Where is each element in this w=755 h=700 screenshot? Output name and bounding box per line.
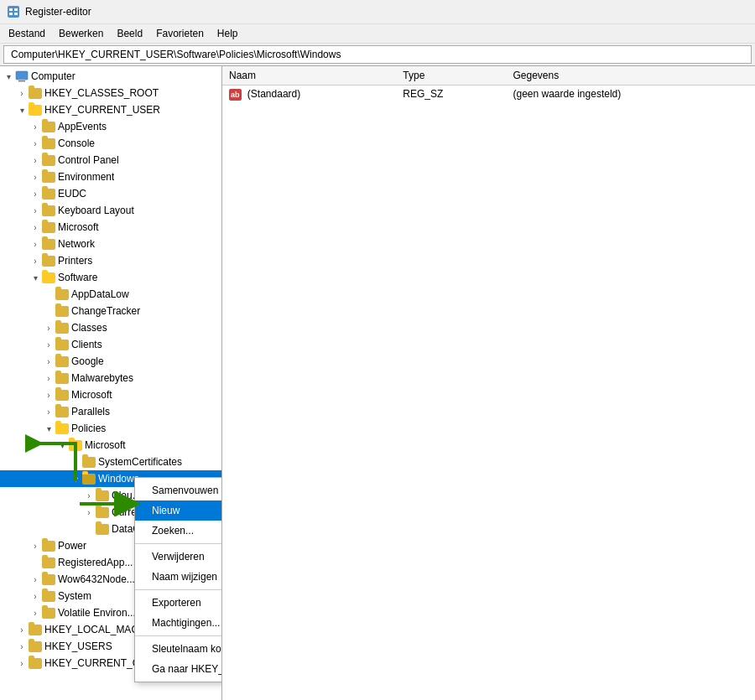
tree-item-computer[interactable]: ▾ Computer [0, 68, 221, 85]
tree-label-controlpanel: Control Panel [58, 154, 119, 166]
context-menu-sep1 [135, 543, 222, 544]
expand-classes[interactable]: › [42, 324, 55, 333]
table-row[interactable]: ab (Standaard) REG_SZ (geen waarde inges… [222, 86, 755, 103]
tree-item-controlpanel[interactable]: › Control Panel [0, 152, 221, 169]
expand-microsoft2[interactable]: › [42, 391, 55, 400]
registry-table: Naam Type Gegevens ab (Standaard) REG_SZ… [222, 66, 755, 103]
row-data: (geen waarde ingesteld) [506, 86, 755, 103]
expand-microsoft[interactable]: › [29, 223, 42, 232]
expand-environment[interactable]: › [29, 173, 42, 182]
expand-appevents[interactable]: › [29, 122, 42, 132]
context-menu-exporteren[interactable]: Exporteren [135, 593, 222, 613]
folder-icon-controlpanel [42, 155, 55, 166]
tree-item-appevents[interactable]: › AppEvents [0, 118, 221, 135]
expand-wow6432[interactable]: › [29, 575, 42, 584]
tree-item-clients[interactable]: › Clients [0, 336, 221, 353]
expand-network[interactable]: › [29, 240, 42, 249]
tree-label-registeredapp: RegisteredApp... [58, 557, 133, 568]
context-menu-machtigingen[interactable]: Machtigingen... [135, 613, 222, 633]
context-menu[interactable]: Samenvouwen Nieuw › Sleutel Tekenreekswa… [134, 477, 222, 682]
context-menu-samenvouwen[interactable]: Samenvouwen [135, 480, 222, 500]
expand-hku[interactable]: › [15, 642, 29, 651]
tree-item-google[interactable]: › Google [0, 353, 221, 370]
tree-label-environment: Environment [58, 171, 114, 183]
tree-item-hkcu[interactable]: ▾ HKEY_CURRENT_USER [0, 101, 221, 118]
tree-item-malwarebytes[interactable]: › Malwarebytes [0, 370, 221, 386]
menu-bewerken[interactable]: Bewerken [54, 26, 108, 41]
context-menu-ga-naar[interactable]: Ga naar HKEY_LOCAL_MACHINE [135, 659, 222, 679]
tree-label-classes: Classes [71, 322, 107, 334]
tree-label-system: System [58, 590, 91, 602]
expand-console[interactable]: › [29, 139, 42, 148]
svg-rect-2 [14, 8, 18, 11]
tree-item-keyboardlayout[interactable]: › Keyboard Layout [0, 202, 221, 219]
menu-favorieten[interactable]: Favorieten [151, 26, 209, 41]
tree-item-microsoft2[interactable]: › Microsoft [0, 386, 221, 403]
tree-item-microsoft[interactable]: › Microsoft [0, 219, 221, 236]
context-menu-nieuw[interactable]: Nieuw › Sleutel Tekenreekswaarde Binaire… [135, 500, 222, 521]
folder-icon-registeredapp [42, 557, 55, 568]
folder-icon-power [42, 541, 55, 552]
tree-item-parallels[interactable]: › Parallels [0, 403, 221, 420]
tree-label-printers: Printers [58, 255, 92, 267]
tree-label-computer: Computer [31, 70, 76, 82]
expand-controlpanel[interactable]: › [29, 156, 42, 165]
expand-hkcr[interactable]: › [15, 89, 29, 98]
tree-item-changetracker[interactable]: › ChangeTracker [0, 303, 221, 319]
menu-beeld[interactable]: Beeld [112, 26, 148, 41]
expand-google[interactable]: › [42, 357, 55, 366]
tree-label-microsoft: Microsoft [58, 221, 99, 233]
tree-panel[interactable]: ▾ Computer › HKEY_CLASSES_ROOT ▾ HKEY_CU… [0, 66, 222, 700]
tree-item-hkcr[interactable]: › HKEY_CLASSES_ROOT [0, 85, 221, 101]
context-menu-sep2 [135, 589, 222, 590]
expand-system[interactable]: › [29, 592, 42, 601]
menu-help[interactable]: Help [212, 26, 243, 41]
tree-item-network[interactable]: › Network [0, 236, 221, 252]
tree-item-classes[interactable]: › Classes [0, 319, 221, 336]
title-bar-text: Register-editor [25, 6, 91, 18]
tree-item-eudc[interactable]: › EUDC [0, 185, 221, 202]
tree-label-google: Google [71, 355, 104, 367]
expand-computer[interactable]: ▾ [2, 72, 15, 81]
menu-bestand[interactable]: Bestand [3, 26, 50, 41]
context-menu-zoeken[interactable]: Zoeken... [135, 521, 222, 541]
tree-item-environment[interactable]: › Environment [0, 169, 221, 185]
context-menu-naamwijzigen[interactable]: Naam wijzigen [135, 567, 222, 587]
expand-printers[interactable]: › [29, 257, 42, 266]
tree-label-keyboardlayout: Keyboard Layout [58, 205, 134, 216]
tree-label-appevents: AppEvents [58, 121, 107, 132]
expand-hklm[interactable]: › [15, 625, 29, 635]
tree-item-printers[interactable]: › Printers [0, 252, 221, 269]
tree-label-parallels: Parallels [71, 406, 110, 417]
folder-icon-eudc [42, 189, 55, 200]
tree-item-appdatalow[interactable]: › AppDataLow [0, 286, 221, 303]
svg-rect-5 [16, 71, 28, 80]
expand-power[interactable]: › [29, 542, 42, 551]
expand-hkcc[interactable]: › [15, 659, 29, 668]
expand-software[interactable]: ▾ [29, 273, 42, 283]
expand-malwarebytes[interactable]: › [42, 374, 55, 383]
tree-label-eudc: EUDC [58, 188, 86, 200]
row-naam: ab (Standaard) [222, 86, 396, 103]
expand-clients[interactable]: › [42, 340, 55, 350]
right-panel: Naam Type Gegevens ab (Standaard) REG_SZ… [222, 66, 755, 700]
context-menu-verwijderen[interactable]: Verwijderen [135, 547, 222, 567]
expand-volatile[interactable]: › [29, 609, 42, 618]
tree-item-console[interactable]: › Console [0, 135, 221, 152]
computer-icon [15, 70, 29, 83]
expand-eudc[interactable]: › [29, 189, 42, 199]
folder-icon-hkcu [29, 105, 42, 116]
folder-icon-volatile [42, 608, 55, 619]
col-gegevens: Gegevens [506, 66, 755, 86]
expand-parallels[interactable]: › [42, 407, 55, 417]
folder-icon-changetracker [55, 306, 69, 317]
expand-keyboardlayout[interactable]: › [29, 206, 42, 215]
expand-hkcu[interactable]: ▾ [15, 106, 29, 115]
context-menu-sleutelnaam[interactable]: Sleutelnaam kopiëren [135, 639, 222, 659]
tree-label-volatile: Volatile Environ... [58, 607, 136, 619]
tree-item-software[interactable]: ▾ Software [0, 269, 221, 286]
folder-icon-appdatalow [55, 289, 69, 300]
tree-label-systemcert: SystemCertificates [98, 456, 182, 468]
folder-icon-environment [42, 172, 55, 183]
tree-label-appdatalow: AppDataLow [71, 288, 129, 300]
